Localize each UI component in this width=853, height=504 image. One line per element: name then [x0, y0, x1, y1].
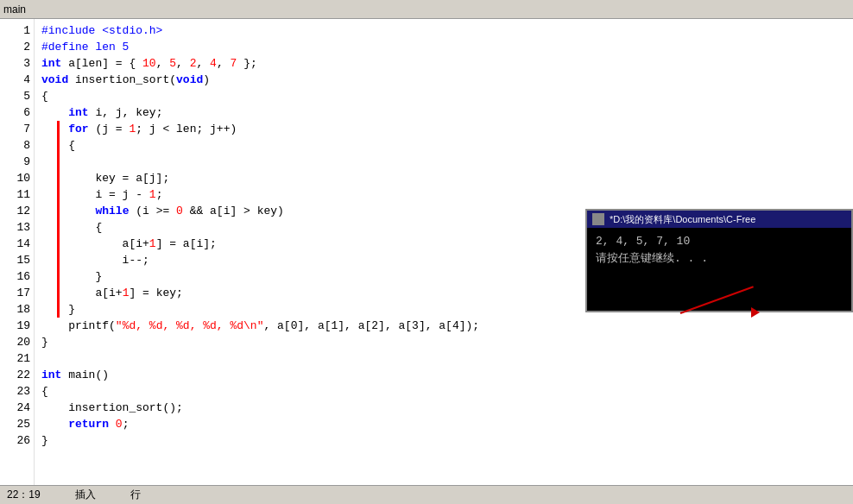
token-plain: [41, 203, 95, 219]
token-kw: void: [176, 72, 203, 88]
line-number: 25: [3, 416, 30, 432]
token-num: 0: [116, 416, 123, 432]
code-line: i = j - 1;: [41, 186, 846, 203]
token-plain: , a[0], a[1], a[2], a[3], a[4]);: [263, 318, 479, 334]
console-popup: *D:\我的资料库\Documents\C-Free 2, 4, 5, 7, 1…: [585, 209, 853, 312]
token-plain: (i >=: [129, 203, 176, 219]
cursor-position: 22：19: [7, 488, 41, 502]
token-plain: {: [41, 383, 48, 400]
line-number: 8: [3, 137, 30, 154]
code-line: {: [41, 88, 846, 104]
code-line: #include <stdio.h>: [41, 22, 846, 39]
token-plain: (j =: [89, 121, 130, 137]
console-line2: 请按任意键继续. . .: [596, 250, 843, 268]
line-number: 16: [3, 268, 30, 285]
line-number: 9: [3, 154, 30, 170]
console-content: 2, 4, 5, 7, 10 请按任意键继续. . .: [587, 228, 851, 273]
token-kw: int: [68, 104, 88, 121]
line-numbers: 1234567891011121314151617181920212223242…: [0, 19, 35, 485]
token-str: "%d, %d, %d, %d, %d\n": [116, 318, 264, 334]
line-number: 26: [3, 432, 30, 449]
insert-label: 插入: [75, 488, 96, 502]
status-bar: 22：19 插入 行: [0, 485, 853, 504]
token-plain: && a[i] > key): [183, 203, 284, 219]
line-number: 12: [3, 203, 30, 219]
line-number: 5: [3, 88, 30, 104]
code-line: [41, 350, 846, 367]
token-plain: };: [237, 55, 256, 72]
console-title-bar: *D:\我的资料库\Documents\C-Free: [587, 211, 851, 228]
line-number: 3: [3, 55, 30, 72]
token-num: 7: [231, 55, 237, 72]
line-number: 21: [3, 350, 30, 367]
code-line: return 0;: [41, 416, 846, 432]
token-plain: }: [41, 334, 48, 350]
line-number: 17: [3, 285, 30, 301]
line-number: 10: [3, 170, 30, 186]
line-number: 24: [3, 400, 30, 416]
token-num: 5: [169, 55, 176, 72]
token-num: 1: [149, 236, 156, 252]
token-kw: while: [95, 203, 129, 219]
token-kw: return: [68, 416, 109, 432]
token-num: 0: [176, 203, 183, 219]
code-line: for (j = 1; j < len; j++): [41, 121, 846, 137]
code-line: }: [41, 432, 846, 449]
code-line: {: [41, 137, 846, 154]
token-plain: insertion_sort(: [68, 72, 176, 88]
line-number: 22: [3, 367, 30, 383]
console-line1: 2, 4, 5, 7, 10: [596, 233, 843, 250]
token-plain: ] = a[i];: [156, 236, 217, 252]
token-plain: ;: [156, 186, 163, 203]
line-number: 4: [3, 72, 30, 88]
token-plain: ] = key;: [129, 285, 182, 301]
line-number: 11: [3, 186, 30, 203]
token-plain: insertion_sort();: [41, 400, 183, 416]
top-bar-title: main: [3, 3, 26, 16]
token-plain: ,: [156, 55, 170, 72]
token-plain: {: [41, 88, 48, 104]
token-kw: int: [41, 55, 61, 72]
row-label: 行: [130, 488, 141, 502]
line-number: 18: [3, 301, 30, 318]
token-plain: [109, 416, 116, 432]
token-num: 2: [190, 55, 197, 72]
token-num: 1: [123, 285, 130, 301]
token-pp: #include <stdio.h>: [41, 22, 162, 39]
line-number: 6: [3, 104, 30, 121]
token-num: 10: [142, 55, 156, 72]
line-number: 7: [3, 121, 30, 137]
token-plain: {: [41, 219, 102, 236]
code-line: int i, j, key;: [41, 104, 846, 121]
token-num: 1: [129, 121, 136, 137]
token-plain: [41, 121, 68, 137]
code-line: void insertion_sort(void): [41, 72, 846, 88]
line-number: 20: [3, 334, 30, 350]
token-kw: int: [41, 367, 61, 383]
editor-container: 1234567891011121314151617181920212223242…: [0, 19, 853, 485]
top-bar: main: [0, 0, 853, 19]
token-plain: ,: [217, 55, 231, 72]
token-plain: main(): [61, 367, 109, 383]
token-pp: #define len 5: [41, 39, 129, 55]
token-num: 1: [149, 186, 156, 203]
code-line: [41, 154, 846, 170]
console-icon: [592, 213, 604, 225]
token-num: 4: [210, 55, 217, 72]
code-line: key = a[j];: [41, 170, 846, 186]
line-number: 13: [3, 219, 30, 236]
token-plain: a[i+: [41, 285, 123, 301]
token-plain: ; j < len; j++): [136, 121, 237, 137]
code-line: insertion_sort();: [41, 400, 846, 416]
token-plain: [41, 416, 68, 432]
token-plain: printf(: [41, 318, 116, 334]
code-line: int main(): [41, 367, 846, 383]
line-number: 1: [3, 22, 30, 39]
token-plain: }: [41, 268, 102, 285]
console-title: *D:\我的资料库\Documents\C-Free: [610, 213, 755, 226]
line-number: 2: [3, 39, 30, 55]
code-line: {: [41, 383, 846, 400]
line-number: 23: [3, 383, 30, 400]
line-number: 14: [3, 236, 30, 252]
token-kw: void: [41, 72, 68, 88]
